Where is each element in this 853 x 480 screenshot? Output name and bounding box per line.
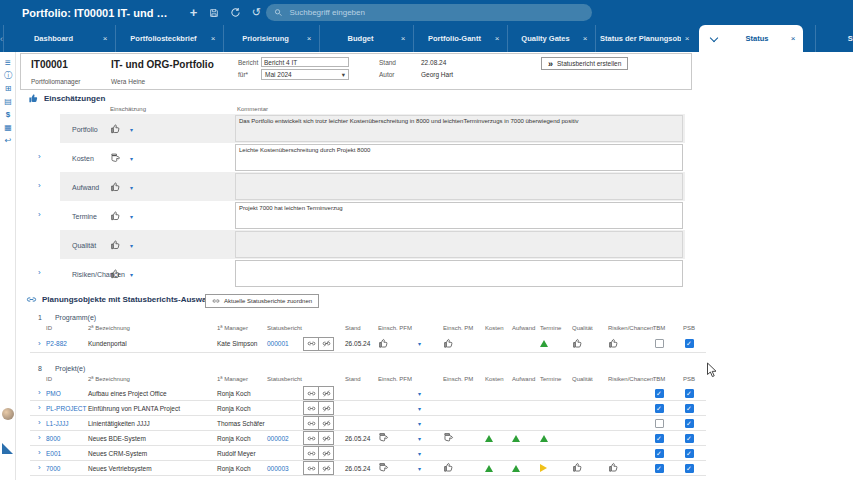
termine-rating[interactable] <box>540 402 551 413</box>
tab-priorisierung[interactable]: Priorisierung <box>223 25 319 52</box>
kosten-rating[interactable] <box>485 387 496 398</box>
refresh-icon[interactable] <box>229 7 241 19</box>
einsch-pfm-rating[interactable] <box>378 338 389 349</box>
tab-quality-gates[interactable]: Quality Gates <box>507 25 595 52</box>
search-box[interactable] <box>266 4 592 21</box>
risiken-rating[interactable] <box>608 432 619 443</box>
row-id-link[interactable]: L1-JJJJ <box>46 420 88 427</box>
rating-icon[interactable] <box>110 239 121 250</box>
tab-close-icon[interactable] <box>681 34 693 43</box>
einsch-pm-rating[interactable] <box>443 432 454 443</box>
kosten-rating[interactable] <box>485 463 496 474</box>
comment-field[interactable]: Leichte Kostenüberschreitung durch Proje… <box>235 144 683 171</box>
tbm-checkbox[interactable] <box>655 419 664 428</box>
add-icon[interactable] <box>187 7 199 19</box>
expand-chevron-icon[interactable] <box>30 419 46 427</box>
rating-icon[interactable] <box>110 210 121 221</box>
link-statusbericht-button[interactable] <box>303 416 319 430</box>
link-statusbericht-button[interactable] <box>303 386 319 400</box>
unlink-statusbericht-button[interactable] <box>319 431 334 445</box>
einsch-pm-rating[interactable] <box>443 387 454 398</box>
kosten-rating[interactable] <box>485 417 496 428</box>
einsch-pfm-rating[interactable] <box>378 402 389 413</box>
fuer-select[interactable]: Mai 2024 <box>261 69 349 80</box>
termine-rating[interactable] <box>540 463 551 474</box>
tab-portfoliosteckbrief[interactable]: Portfoliosteckbrief <box>115 25 223 52</box>
tab-simulation[interactable]: Simula <box>815 25 853 52</box>
qualitaet-rating[interactable] <box>572 338 583 349</box>
rating-dropdown-icon[interactable] <box>130 154 133 161</box>
qualitaet-rating[interactable] <box>572 447 583 458</box>
einsch-pm-rating[interactable] <box>443 402 454 413</box>
psb-checkbox[interactable] <box>685 434 694 443</box>
rating-dropdown-icon[interactable] <box>418 406 421 412</box>
risiken-rating[interactable] <box>608 462 619 473</box>
einsch-pm-rating[interactable] <box>443 447 454 458</box>
einsch-pm-rating[interactable] <box>443 462 454 473</box>
kosten-rating[interactable] <box>485 447 496 458</box>
psb-checkbox[interactable] <box>685 419 694 428</box>
link-statusbericht-button[interactable] <box>303 337 319 351</box>
row-id-link[interactable]: 7000 <box>46 465 88 472</box>
aufwand-rating[interactable] <box>512 433 523 444</box>
rating-dropdown-icon[interactable] <box>130 183 133 190</box>
rating-dropdown-icon[interactable] <box>418 391 421 397</box>
einsch-pfm-rating[interactable] <box>378 462 389 473</box>
psb-checkbox[interactable] <box>685 339 694 348</box>
expand-chevron-icon[interactable] <box>38 153 41 161</box>
risiken-rating[interactable] <box>608 402 619 413</box>
statusbericht-erstellen-button[interactable]: Statusbericht erstellen <box>541 57 628 70</box>
tab-close-icon[interactable] <box>579 34 591 43</box>
rating-dropdown-icon[interactable] <box>130 270 133 277</box>
rating-icon[interactable] <box>110 181 121 192</box>
kosten-rating[interactable] <box>485 433 496 444</box>
link-statusbericht-button[interactable] <box>303 401 319 415</box>
rating-dropdown-icon[interactable] <box>418 466 421 472</box>
tbm-checkbox[interactable] <box>655 434 664 443</box>
chevron-down-icon[interactable] <box>710 33 718 41</box>
link-statusbericht-button[interactable] <box>303 431 319 445</box>
unlink-statusbericht-button[interactable] <box>319 401 334 415</box>
einsch-pm-rating[interactable] <box>443 417 454 428</box>
avatar[interactable] <box>2 408 14 420</box>
rating-dropdown-icon[interactable] <box>418 451 421 457</box>
tab-close-icon[interactable] <box>207 34 219 43</box>
aufwand-rating[interactable] <box>512 402 523 413</box>
termine-rating[interactable] <box>540 387 551 398</box>
einsch-pfm-rating[interactable] <box>378 432 389 443</box>
expand-chevron-icon[interactable] <box>30 449 46 457</box>
unlink-statusbericht-button[interactable] <box>319 446 334 460</box>
expand-chevron-icon[interactable] <box>30 340 46 348</box>
comment-field[interactable] <box>235 173 683 200</box>
board-icon[interactable] <box>0 121 16 134</box>
tab-budget[interactable]: Budget <box>319 25 413 52</box>
comment-field[interactable]: Das Portfolio entwickelt sich trotz leic… <box>235 115 683 142</box>
comment-field[interactable]: Projekt 7000 hat leichten Terminverzug <box>235 202 683 229</box>
finance-icon[interactable] <box>0 108 16 121</box>
einsch-pfm-rating[interactable] <box>378 447 389 458</box>
list-icon[interactable] <box>0 95 16 108</box>
row-id-link[interactable]: P2-882 <box>46 340 88 347</box>
aufwand-rating[interactable] <box>512 463 523 474</box>
psb-checkbox[interactable] <box>685 464 694 473</box>
tab-status-der-planungsobjekte[interactable]: Status der Planungsobjekte <box>595 25 697 52</box>
expand-chevron-icon[interactable] <box>30 434 46 442</box>
unlink-statusbericht-button[interactable] <box>319 461 334 475</box>
table-row-p2-882[interactable]: P2-882 Kundenportal Kate Simpson 000001 … <box>30 335 706 353</box>
psb-checkbox[interactable] <box>685 389 694 398</box>
aufwand-rating[interactable] <box>512 417 523 428</box>
tbm-checkbox[interactable] <box>655 389 664 398</box>
rating-dropdown-icon[interactable] <box>130 212 133 219</box>
table-row[interactable]: E001 Neues CRM-System Rudolf Meyer <box>30 446 706 461</box>
qualitaet-rating[interactable] <box>572 432 583 443</box>
expand-chevron-icon[interactable] <box>38 269 41 277</box>
risiken-rating[interactable] <box>608 447 619 458</box>
statusbericht-link[interactable]: 000001 <box>267 340 303 347</box>
tbm-checkbox[interactable] <box>655 464 664 473</box>
row-id-link[interactable]: PL-PROJECT <box>46 405 88 412</box>
qualitaet-rating[interactable] <box>572 387 583 398</box>
rating-icon[interactable] <box>110 268 121 279</box>
expand-chevron-icon[interactable] <box>38 211 41 219</box>
aufwand-rating[interactable] <box>512 387 523 398</box>
rating-dropdown-icon[interactable] <box>418 421 421 427</box>
